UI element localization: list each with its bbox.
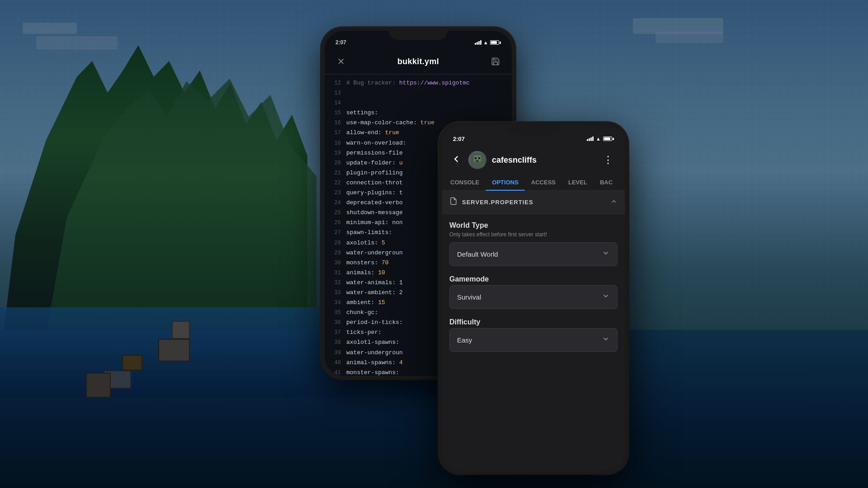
- signal-bar-front-3: [590, 137, 592, 141]
- chevron-up-icon: [610, 198, 618, 207]
- phone-front: 2:07 ▲: [439, 122, 628, 474]
- difficulty-dropdown[interactable]: Easy: [449, 328, 618, 352]
- server-name: cafesncliffs: [492, 155, 594, 165]
- signal-bar-1: [475, 43, 476, 45]
- difficulty-value: Easy: [457, 336, 472, 344]
- battery-tip-front: [613, 138, 614, 140]
- svg-rect-5: [476, 161, 478, 162]
- tab-level[interactable]: LEVEL: [562, 174, 594, 190]
- svg-rect-2: [475, 157, 476, 159]
- world-type-value: Default World: [457, 250, 498, 258]
- phones-container: 2:07 ▲: [0, 0, 868, 488]
- tab-options[interactable]: OPTIONS: [486, 174, 525, 190]
- svg-rect-4: [476, 160, 476, 161]
- tab-navigation: CONSOLE OPTIONS ACCESS LEVEL BAC: [442, 174, 625, 191]
- signal-bar-front-4: [592, 136, 594, 141]
- editor-header: ✕ bukkit.yml: [325, 51, 512, 75]
- back-button[interactable]: [449, 152, 463, 168]
- signal-bar-3: [478, 41, 480, 45]
- server-properties-section[interactable]: SERVER.PROPERTIES: [442, 191, 625, 214]
- signal-bars-front: [587, 136, 594, 141]
- app-header: cafesncliffs ⋮: [442, 147, 625, 174]
- tab-console[interactable]: CONSOLE: [444, 174, 486, 190]
- battery-tip-back: [500, 42, 501, 44]
- code-line-15: 15 settings:: [325, 108, 512, 118]
- battery-fill-front: [604, 137, 610, 140]
- world-type-chevron-icon: [602, 249, 610, 259]
- phone-front-notch: [506, 122, 561, 135]
- signal-bars-back: [475, 40, 481, 45]
- code-line-12: 12 # Bug tracker: https://www.spigotmc: [325, 78, 512, 88]
- status-icons-front: ▲: [587, 136, 614, 141]
- close-button[interactable]: ✕: [334, 54, 348, 69]
- world-type-description: Only takes effect before first server st…: [449, 231, 618, 238]
- battery-fill-back: [491, 41, 497, 44]
- editor-filename: bukkit.yml: [397, 57, 439, 66]
- battery-icon-back: [490, 40, 501, 45]
- world-type-setting: World Type Only takes effect before firs…: [449, 221, 618, 266]
- gamemode-chevron-icon: [602, 292, 610, 302]
- code-line-14: 14: [325, 98, 512, 108]
- signal-bar-4: [480, 40, 481, 45]
- gamemode-dropdown[interactable]: Survival: [449, 285, 618, 309]
- signal-bar-front-2: [589, 138, 590, 141]
- difficulty-setting: Difficulty Easy: [449, 318, 618, 352]
- status-icons-back: ▲: [475, 40, 501, 45]
- file-icon: [449, 197, 458, 207]
- signal-bar-2: [476, 42, 478, 45]
- svg-rect-3: [478, 157, 480, 159]
- section-title-row: SERVER.PROPERTIES: [449, 197, 533, 207]
- section-title: SERVER.PROPERTIES: [462, 199, 533, 206]
- wifi-icon-back: ▲: [483, 40, 488, 45]
- signal-bar-front-1: [587, 139, 588, 141]
- tab-back[interactable]: BAC: [594, 174, 619, 190]
- gamemode-setting: Gamemode Survival: [449, 275, 618, 309]
- server-avatar: [468, 151, 486, 169]
- status-time-back: 2:07: [335, 39, 346, 46]
- code-line-13: 13: [325, 88, 512, 98]
- difficulty-label: Difficulty: [449, 318, 618, 326]
- status-time-front: 2:07: [453, 136, 465, 142]
- settings-content: World Type Only takes effect before firs…: [442, 214, 625, 368]
- phone-front-screen: 2:07 ▲: [442, 126, 625, 471]
- gamemode-value: Survival: [457, 293, 481, 301]
- battery-icon-front: [603, 136, 614, 141]
- world-type-label: World Type: [449, 221, 618, 230]
- phone-back-notch: [389, 27, 448, 40]
- avatar-image: [470, 153, 485, 167]
- svg-rect-6: [477, 160, 478, 161]
- world-type-dropdown[interactable]: Default World: [449, 242, 618, 266]
- save-button[interactable]: [488, 54, 503, 69]
- tab-access[interactable]: ACCESS: [525, 174, 562, 190]
- wifi-icon-front: ▲: [596, 136, 601, 141]
- gamemode-label: Gamemode: [449, 275, 618, 283]
- difficulty-chevron-icon: [602, 335, 610, 345]
- more-options-button[interactable]: ⋮: [599, 152, 618, 168]
